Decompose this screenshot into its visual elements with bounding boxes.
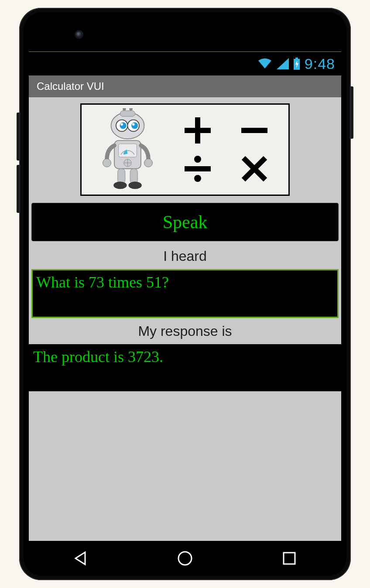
status-clock: 9:48 xyxy=(305,55,335,72)
volume-down-button[interactable] xyxy=(17,165,19,213)
power-button[interactable] xyxy=(351,86,353,139)
heard-text-box: What is 73 times 51? xyxy=(31,269,339,318)
robot-icon xyxy=(94,108,161,191)
svg-point-5 xyxy=(130,108,133,111)
svg-point-28 xyxy=(194,175,201,182)
svg-rect-0 xyxy=(295,58,298,59)
front-camera xyxy=(76,31,82,38)
app-title: Calculator VUI xyxy=(37,80,104,92)
speak-button[interactable]: Speak xyxy=(31,203,339,241)
plus-icon xyxy=(180,113,215,148)
heard-text: What is 73 times 51? xyxy=(36,273,169,291)
svg-rect-30 xyxy=(284,553,295,564)
svg-point-11 xyxy=(132,123,135,126)
svg-point-18 xyxy=(144,159,153,167)
operators-grid xyxy=(176,113,276,187)
navigation-bar xyxy=(29,541,341,576)
svg-rect-25 xyxy=(241,128,267,133)
svg-rect-19 xyxy=(118,169,125,184)
triangle-back-icon xyxy=(73,550,89,566)
home-button[interactable] xyxy=(174,547,196,570)
hero-section xyxy=(29,97,341,200)
svg-point-17 xyxy=(103,159,111,167)
app-bar: Calculator VUI xyxy=(29,75,341,97)
wifi-icon xyxy=(257,58,272,69)
screen: 9:48 Calculator VUI xyxy=(29,51,341,541)
status-bar: 9:48 xyxy=(29,52,341,75)
svg-rect-3 xyxy=(120,111,135,116)
svg-point-9 xyxy=(131,122,138,129)
multiply-icon xyxy=(237,151,272,186)
svg-point-29 xyxy=(178,552,192,565)
speak-button-label: Speak xyxy=(163,212,208,232)
back-button[interactable] xyxy=(69,547,92,570)
phone-bezel: 9:48 Calculator VUI xyxy=(24,12,346,576)
earpiece-speaker xyxy=(172,29,198,37)
phone-frame: 9:48 Calculator VUI xyxy=(19,8,351,580)
circle-home-icon xyxy=(177,550,193,567)
signal-icon xyxy=(277,58,289,69)
svg-rect-20 xyxy=(130,169,137,184)
svg-point-21 xyxy=(113,181,127,189)
svg-point-10 xyxy=(121,123,123,126)
response-text-box: The product is 3723. xyxy=(29,344,341,391)
svg-rect-24 xyxy=(185,128,211,133)
svg-point-22 xyxy=(129,181,142,189)
square-recents-icon xyxy=(282,551,297,566)
hero-image xyxy=(80,103,290,196)
volume-up-button[interactable] xyxy=(17,113,19,161)
divide-icon xyxy=(180,151,215,186)
recents-button[interactable] xyxy=(278,547,301,570)
svg-point-4 xyxy=(123,108,126,111)
response-label: My response is xyxy=(29,318,341,344)
heard-label: I heard xyxy=(29,243,341,269)
svg-rect-27 xyxy=(185,166,211,171)
response-text: The product is 3723. xyxy=(33,348,163,366)
battery-icon xyxy=(293,58,300,70)
svg-point-26 xyxy=(194,156,201,163)
svg-point-8 xyxy=(120,122,127,129)
minus-icon xyxy=(237,113,272,148)
content-area: Speak I heard What is 73 times 51? My re… xyxy=(29,97,341,541)
